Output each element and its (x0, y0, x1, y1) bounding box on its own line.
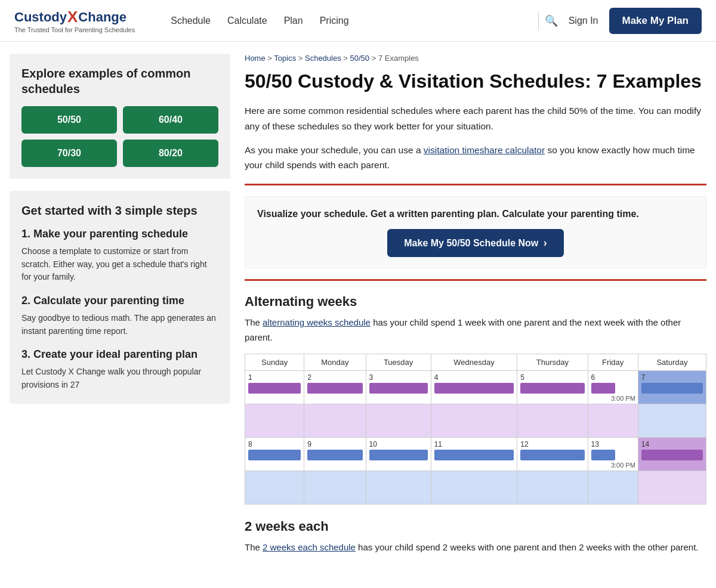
cal-date-13: 13 (591, 440, 635, 448)
orange-divider-bottom (245, 279, 706, 281)
bar-blue-8 (248, 450, 301, 460)
cal-row1: 1 2 3 4 5 (245, 370, 706, 404)
cal-cell-8: 8 (245, 437, 304, 471)
cal-date-6: 6 (591, 373, 635, 382)
cal-cell-3: 3 (366, 370, 431, 404)
cal-cell-13: 13 3:00 PM (588, 437, 638, 471)
cal-cell-6: 6 3:00 PM (588, 370, 638, 404)
logo-subtitle: The Trusted Tool for Parenting Schedules (14, 26, 135, 33)
cal-cell-7: 7 (638, 370, 706, 404)
bar-blue-10 (369, 450, 428, 460)
bar-blue-9 (307, 450, 362, 460)
timeshare-link[interactable]: visitation timeshare calculator (424, 145, 545, 155)
page-body: Explore examples of common schedules 50/… (0, 42, 716, 575)
cal-date-1: 1 (248, 373, 301, 382)
section1-title: Alternating weeks (245, 294, 706, 310)
section2-desc: The 2 weeks each schedule has your child… (245, 540, 706, 555)
logo-custody: Custody (14, 10, 67, 25)
cal-header-wed: Wednesday (431, 354, 517, 370)
breadcrumb-sep2: > (298, 54, 305, 63)
schedule-btn-5050[interactable]: 50/50 (21, 106, 117, 134)
nav-calculate[interactable]: Calculate (227, 16, 267, 26)
cal-header-sun: Sunday (245, 354, 304, 370)
explore-box: Explore examples of common schedules 50/… (10, 54, 230, 179)
step1-desc: Choose a template to customize or start … (21, 245, 218, 284)
cal-header-tue: Tuesday (366, 354, 431, 370)
cal-time-2: 3:00 PM (611, 462, 635, 469)
make-schedule-button[interactable]: Make My 50/50 Schedule Now › (387, 229, 563, 257)
nav-schedule[interactable]: Schedule (171, 16, 211, 26)
cal-cell-10: 10 (366, 437, 431, 471)
intro-para2: As you make your schedule, you can use a… (245, 143, 706, 173)
alternating-weeks-calendar: Sunday Monday Tuesday Wednesday Thursday… (245, 354, 706, 505)
bar-purple-5 (520, 383, 584, 394)
bar-purple-2 (307, 383, 362, 394)
cal-cell-4: 4 (431, 370, 517, 404)
schedule-btn-8020[interactable]: 80/20 (123, 140, 218, 167)
section1-pre: The (245, 317, 263, 327)
schedule-btn-6040[interactable]: 60/40 (123, 106, 218, 134)
bar-purple-1 (248, 383, 301, 394)
breadcrumb-5050[interactable]: 50/50 (350, 54, 370, 63)
nav-plan[interactable]: Plan (284, 16, 303, 26)
bar-blue-12 (520, 450, 584, 460)
schedule-btn-7030[interactable]: 70/30 (21, 140, 117, 167)
chevron-right-icon: › (544, 237, 547, 249)
cal-row2: 8 9 10 11 12 (245, 437, 706, 471)
cal-date-7: 7 (641, 373, 703, 382)
cal-header-fri: Friday (588, 354, 638, 370)
bar-blue-7 (641, 383, 703, 394)
step3-desc: Let Custody X Change walk you through po… (21, 366, 218, 391)
breadcrumb-sep4: > (372, 54, 378, 63)
cta-text: Visualize your schedule. Get a written p… (257, 208, 694, 221)
cal-date-4: 4 (434, 373, 514, 382)
cal-date-9: 9 (307, 440, 362, 448)
navbar: Custody X Change The Trusted Tool for Pa… (0, 0, 716, 42)
breadcrumb-current: 7 Examples (378, 54, 419, 63)
cal-date-11: 11 (434, 440, 514, 448)
bar-blue-13 (591, 450, 615, 460)
search-icon[interactable]: 🔍 (545, 14, 558, 27)
cal-date-3: 3 (369, 373, 428, 382)
cal-row2-shade (245, 471, 706, 504)
section1-desc: The alternating weeks schedule has your … (245, 315, 706, 345)
steps-title: Get started with 3 simple steps (21, 203, 218, 218)
logo: Custody X Change The Trusted Tool for Pa… (14, 8, 135, 33)
step2-title: 2. Calculate your parenting time (21, 295, 218, 307)
cal-row1-shade (245, 404, 706, 437)
breadcrumb-sep1: > (267, 54, 274, 63)
nav-links: Schedule Calculate Plan Pricing (171, 16, 532, 26)
bar-purple-14 (641, 450, 703, 460)
cta-box: Visualize your schedule. Get a written p… (245, 196, 706, 268)
nav-pricing[interactable]: Pricing (320, 16, 349, 26)
breadcrumb: Home > Topics > Schedules > 50/50 > 7 Ex… (245, 54, 706, 63)
main-content: Home > Topics > Schedules > 50/50 > 7 Ex… (245, 54, 706, 563)
cal-date-14: 14 (641, 440, 703, 448)
cal-date-2: 2 (307, 373, 362, 382)
section2-post: has your child spend 2 weeks with one pa… (356, 542, 699, 552)
logo-change: Change (78, 10, 126, 25)
bar-purple-6 (591, 383, 615, 394)
sidebar: Explore examples of common schedules 50/… (10, 54, 230, 563)
cal-header-sat: Saturday (638, 354, 706, 370)
breadcrumb-home[interactable]: Home (245, 54, 266, 63)
make-my-plan-button[interactable]: Make My Plan (609, 8, 702, 34)
page-title: 50/50 Custody & Visitation Schedules: 7 … (245, 70, 706, 92)
sign-in-link[interactable]: Sign In (569, 16, 598, 26)
steps-box: Get started with 3 simple steps 1. Make … (10, 191, 230, 404)
breadcrumb-topics[interactable]: Topics (274, 54, 296, 63)
cal-time-1: 3:00 PM (611, 395, 635, 402)
schedule-grid: 50/50 60/40 70/30 80/20 (21, 106, 218, 167)
section2-pre: The (245, 542, 263, 552)
cal-cell-5: 5 (517, 370, 588, 404)
orange-divider-top (245, 184, 706, 185)
breadcrumb-schedules[interactable]: Schedules (305, 54, 341, 63)
intro-para1: Here are some common residential schedul… (245, 103, 706, 134)
step2-desc: Say goodbye to tedious math. The app gen… (21, 312, 218, 338)
two-weeks-link[interactable]: 2 weeks each schedule (263, 542, 356, 552)
cal-date-12: 12 (520, 440, 584, 448)
breadcrumb-sep3: > (343, 54, 350, 63)
explore-title: Explore examples of common schedules (21, 66, 218, 97)
alt-weeks-link[interactable]: alternating weeks schedule (263, 317, 371, 327)
logo-x: X (67, 8, 78, 26)
